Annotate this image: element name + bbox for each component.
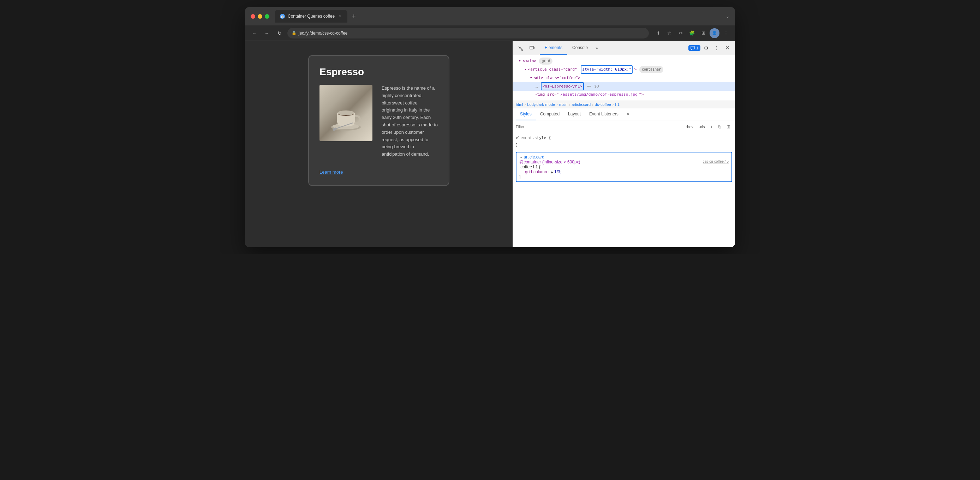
bookmark-button[interactable]: ☆ xyxy=(664,28,674,38)
article-style-attr: style="width: 610px;" xyxy=(581,65,633,74)
devtools-tabs: Elements Console » xyxy=(540,41,687,55)
element-style-close: } xyxy=(516,141,732,149)
active-tab[interactable]: ☕ Container Queries coffee ✕ xyxy=(275,10,347,22)
breadcrumb-sep-2: › xyxy=(569,102,571,106)
subtab-event-listeners[interactable]: Event Listeners xyxy=(585,108,623,120)
toggle-sidebar-button[interactable]: ◫ xyxy=(724,124,732,130)
reload-button[interactable]: ↻ xyxy=(275,28,285,38)
tree-line-h1[interactable]: … <h1>Espresso</h1> == $0 xyxy=(513,82,735,91)
svg-point-6 xyxy=(522,49,523,51)
traffic-lights xyxy=(251,14,269,19)
back-button[interactable]: ← xyxy=(249,28,259,38)
cut-button[interactable]: ✂ xyxy=(676,28,686,38)
new-tab-button[interactable]: + xyxy=(349,11,359,21)
devtools-settings-button[interactable]: ⚙ xyxy=(701,43,711,53)
breadcrumb-body[interactable]: body.dark-mode xyxy=(527,102,555,106)
subtabs-more[interactable]: » xyxy=(623,108,634,120)
svg-rect-7 xyxy=(530,46,533,49)
device-mode-button[interactable] xyxy=(527,43,537,53)
subtab-computed[interactable]: Computed xyxy=(536,108,564,120)
maximize-traffic-light[interactable] xyxy=(265,14,269,19)
main-tag: <main> xyxy=(522,57,536,65)
espresso-cup-svg xyxy=(328,92,364,134)
subtab-layout[interactable]: Layout xyxy=(564,108,585,120)
grid-column-value: 1/3; xyxy=(554,169,561,174)
three-dots: … xyxy=(536,83,538,90)
tree-line-div-coffee[interactable]: ▾ <div class="coffee"> xyxy=(513,74,735,82)
breadcrumb-html[interactable]: html xyxy=(516,102,523,106)
tree-line-article[interactable]: ▾ <article class="card" style="width: 61… xyxy=(513,65,735,74)
at-container-line: @container (inline-size > 600px) css-cq-… xyxy=(519,159,729,164)
devtools-more-options-button[interactable]: ⋮ xyxy=(712,43,722,53)
filter-actions: :hov .cls + ⎘ ◫ xyxy=(684,124,732,130)
minimize-traffic-light[interactable] xyxy=(258,14,262,19)
forward-button[interactable]: → xyxy=(262,28,272,38)
article-tag-open: <article class="card" xyxy=(528,66,580,73)
title-bar: ☕ Container Queries coffee ✕ + ⌄ xyxy=(245,7,735,25)
devtools-close-button[interactable]: ✕ xyxy=(722,43,732,53)
element-style-selector: element.style { xyxy=(516,135,732,141)
img-src[interactable]: /assets/img/demo/cof-espresso.jpg xyxy=(560,91,638,98)
elements-breadcrumb: html › body.dark-mode › main › article.c… xyxy=(513,101,735,108)
filter-bar: :hov .cls + ⎘ ◫ xyxy=(513,120,735,133)
learn-more-link[interactable]: Learn more xyxy=(320,169,438,175)
notification-count: 1 xyxy=(696,46,698,50)
extensions-button[interactable]: 🧩 xyxy=(687,28,697,38)
css-source-link[interactable]: css-cq-coffee:45 xyxy=(703,159,729,164)
breadcrumb-article[interactable]: article.card xyxy=(571,102,590,106)
devtools-tabs-more[interactable]: » xyxy=(593,41,601,55)
element-style-close-brace: } xyxy=(516,143,518,147)
share-button[interactable]: ⬆ xyxy=(653,28,663,38)
add-style-button[interactable]: + xyxy=(708,124,715,130)
coffee-card-body: Espresso is the name of a highly concent… xyxy=(320,85,438,175)
more-options-button[interactable]: ⋮ xyxy=(721,28,731,38)
browser-window: ☕ Container Queries coffee ✕ + ⌄ ← → ↻ 🔒… xyxy=(245,7,735,247)
profile-button[interactable]: 👤 xyxy=(710,28,719,38)
coffee-card-heading: Espresso xyxy=(320,66,438,78)
notification-badge[interactable]: 1 xyxy=(689,45,700,51)
tab-elements[interactable]: Elements xyxy=(540,41,567,55)
breadcrumb-div[interactable]: div.coffee xyxy=(595,102,611,106)
nav-bar: ← → ↻ 🔒 jec.fyi/demo/css-cq-coffee ⬆ ☆ ✂… xyxy=(245,25,735,41)
window-expand-button[interactable]: ⌄ xyxy=(726,14,729,19)
dollar-zero: $0 xyxy=(594,83,599,90)
grid-column-expand[interactable]: ▶ xyxy=(551,170,553,174)
article-card-selector[interactable]: article.card xyxy=(523,154,544,159)
subtab-styles[interactable]: Styles xyxy=(516,108,536,120)
coffee-description: Espresso is the name of a highly concent… xyxy=(382,85,438,158)
coffee-h1-selector: .coffee h1 { xyxy=(519,164,541,169)
grid-button[interactable]: ⊞ xyxy=(698,28,708,38)
tab-close-button[interactable]: ✕ xyxy=(337,14,342,19)
svg-rect-9 xyxy=(691,46,694,49)
breadcrumb-h1[interactable]: h1 xyxy=(615,102,620,106)
close-traffic-light[interactable] xyxy=(251,14,255,19)
rule-arrow[interactable]: → xyxy=(519,156,522,159)
breadcrumb-sep-1: › xyxy=(556,102,558,106)
svg-rect-8 xyxy=(534,47,535,49)
div-coffee-tag: <div class="coffee"> xyxy=(534,75,581,81)
highlighted-rule-line1: → article.card xyxy=(519,154,729,159)
img-tag-open: <img src=" xyxy=(536,91,559,98)
address-bar[interactable]: 🔒 jec.fyi/demo/css-cq-coffee xyxy=(287,28,649,38)
url-text: jec.fyi/demo/css-cq-coffee xyxy=(299,31,348,36)
inspector-icon xyxy=(518,45,523,51)
h1-tag-highlighted: <h1>Espresso</h1> xyxy=(541,82,584,91)
filter-input[interactable] xyxy=(516,125,681,129)
grid-column-line: grid-column : ▶ 1/3; xyxy=(519,169,729,174)
device-mode-icon xyxy=(529,45,535,51)
devtools-panel: Elements Console » 1 ⚙ ⋮ ✕ xyxy=(512,41,735,247)
breadcrumb-sep-0: › xyxy=(525,102,526,106)
tree-line-main[interactable]: ▾ <main> grid xyxy=(513,57,735,65)
inspector-button[interactable] xyxy=(516,43,526,53)
tab-console[interactable]: Console xyxy=(567,41,593,55)
tree-line-img[interactable]: <img src=" /assets/img/demo/cof-espresso… xyxy=(513,91,735,99)
at-container-rule: @container (inline-size > 600px) xyxy=(519,159,581,164)
copy-styles-button[interactable]: ⎘ xyxy=(716,124,723,130)
coffee-h1-selector-line: .coffee h1 { xyxy=(519,164,729,169)
grid-column-prop: grid-column xyxy=(519,169,547,174)
breadcrumb-main[interactable]: main xyxy=(559,102,568,106)
hov-button[interactable]: :hov xyxy=(684,124,695,130)
main-tag-arrow: ▾ xyxy=(519,57,521,65)
cls-button[interactable]: .cls xyxy=(697,124,707,130)
svg-point-3 xyxy=(337,110,355,115)
